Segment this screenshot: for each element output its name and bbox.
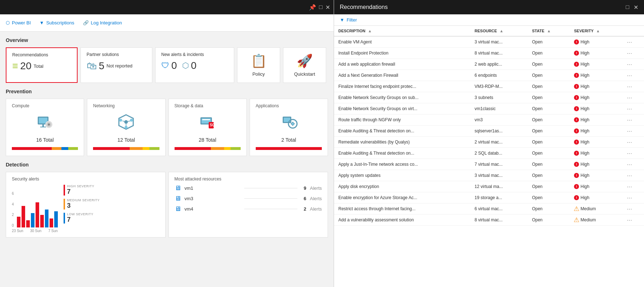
storage-card[interactable]: Storage & data SQL 28 Total (168, 99, 247, 156)
ellipsis-icon[interactable]: ··· (627, 161, 633, 167)
col-description[interactable]: DESCRIPTION ▲ (334, 26, 470, 36)
power-bi-button[interactable]: ⬡ Power BI (6, 20, 31, 25)
alerts-card-title: New alerts & incidents (161, 52, 228, 57)
sev-label: High (580, 39, 589, 44)
applications-title: Applications (256, 103, 322, 108)
ellipsis-icon[interactable]: ··· (627, 206, 633, 212)
alerts-card[interactable]: New alerts & incidents 🛡 0 ⬡ 0 (155, 47, 234, 83)
table-row[interactable]: Apply disk encryption12 virtual ma...Ope… (334, 181, 644, 192)
sev-label: High (580, 140, 589, 145)
table-row[interactable]: Add a vulnerability assessment solution8… (334, 215, 644, 226)
table-row[interactable]: Enable Auditing & Threat detection on...… (334, 126, 644, 137)
filter-label[interactable]: Filter (347, 17, 357, 23)
table-row[interactable]: Finalize Internet facing endpoint protec… (334, 81, 644, 92)
rec-more-button[interactable]: ··· (623, 92, 644, 103)
rec-more-button[interactable]: ··· (623, 103, 644, 114)
sev-label: High (580, 62, 589, 67)
security-alerts-card[interactable]: Security alerts 6 4 2 0 (6, 172, 166, 237)
ellipsis-icon[interactable]: ··· (627, 128, 633, 134)
policy-card[interactable]: 📋 Policy (237, 47, 280, 83)
rec-more-button[interactable]: ··· (623, 36, 644, 48)
rec-more-button[interactable]: ··· (623, 59, 644, 70)
severity-panel: HIGH SEVERITY 7 MEDIUM SEVERITY 3 (64, 184, 100, 224)
partner-solutions-card[interactable]: Partner solutions 🛍 5 Not reported (80, 47, 152, 83)
sev-label: High (580, 151, 589, 156)
rec-more-button[interactable]: ··· (623, 170, 644, 181)
svg-point-6 (48, 123, 50, 126)
rec-more-button[interactable]: ··· (623, 70, 644, 81)
policy-icon: 📋 (251, 53, 267, 69)
ellipsis-icon[interactable]: ··· (627, 39, 633, 45)
close-right-icon[interactable]: ✕ (634, 4, 638, 11)
ellipsis-icon[interactable]: ··· (627, 117, 633, 123)
close-left-icon[interactable]: ✕ (325, 4, 330, 11)
table-row[interactable]: Restrict access through Internet facing.… (334, 203, 644, 215)
col-state[interactable]: STATE ▲ (528, 26, 570, 36)
rec-more-button[interactable]: ··· (623, 48, 644, 59)
rec-resource: vm1classic (470, 103, 528, 114)
high-dot: ! (574, 84, 579, 89)
col-severity[interactable]: SEVERITY ▲ (570, 26, 622, 36)
high-dot: ! (574, 73, 579, 78)
table-row[interactable]: Enable encryption for Azure Storage Ac..… (334, 192, 644, 203)
ellipsis-icon[interactable]: ··· (627, 50, 633, 56)
svg-text:SQL: SQL (210, 123, 217, 127)
table-row[interactable]: Enable Network Security Groups on virt..… (334, 103, 644, 114)
ellipsis-icon[interactable]: ··· (627, 150, 633, 156)
table-row[interactable]: Remediate vulnerabilities (by Qualys)2 v… (334, 137, 644, 148)
rec-resource: 19 storage a... (470, 192, 528, 203)
rec-severity: !High (570, 70, 622, 81)
minimize-icon[interactable]: □ (319, 4, 323, 10)
networking-card[interactable]: Networking (87, 99, 165, 156)
table-row[interactable]: Apply a Just-In-Time network access co..… (334, 159, 644, 170)
rec-more-button[interactable]: ··· (623, 203, 644, 215)
ellipsis-icon[interactable]: ··· (627, 139, 633, 145)
most-attacked-resources-card[interactable]: Most attacked resources 🖥 vm1 9 Alerts 🖥… (168, 172, 328, 237)
sev-label: High (580, 184, 589, 189)
rec-more-button[interactable]: ··· (623, 215, 644, 226)
table-row[interactable]: Apply system updates3 virtual mac...Open… (334, 170, 644, 181)
sev-label: High (580, 173, 589, 178)
rec-more-button[interactable]: ··· (623, 137, 644, 148)
table-row[interactable]: Enable Auditing & Threat detection on...… (334, 148, 644, 159)
restore-icon[interactable]: □ (626, 4, 629, 10)
recommendations-card[interactable]: Recommendations ≡ 20 Total (6, 47, 78, 83)
bar-7 (45, 210, 48, 227)
quickstart-card[interactable]: 🚀 Quickstart (283, 47, 326, 83)
rec-more-button[interactable]: ··· (623, 159, 644, 170)
ellipsis-icon[interactable]: ··· (627, 95, 633, 100)
ellipsis-icon[interactable]: ··· (627, 217, 633, 223)
table-row[interactable]: Enable Network Security Groups on sub...… (334, 92, 644, 103)
rec-state: Open (528, 181, 570, 192)
ellipsis-icon[interactable]: ··· (627, 106, 633, 112)
table-row[interactable]: Install Endpoint Protection8 virtual mac… (334, 48, 644, 59)
rec-more-button[interactable]: ··· (623, 114, 644, 126)
rec-more-button[interactable]: ··· (623, 181, 644, 192)
ellipsis-icon[interactable]: ··· (627, 184, 633, 189)
table-row[interactable]: Enable VM Agent3 virtual mac...Open!High… (334, 36, 644, 48)
ellipsis-icon[interactable]: ··· (627, 61, 633, 67)
rec-description: Enable Auditing & Threat detection on... (334, 126, 470, 137)
applications-card[interactable]: Applications 2 Total (250, 99, 328, 156)
rec-more-button[interactable]: ··· (623, 126, 644, 137)
rec-more-button[interactable]: ··· (623, 148, 644, 159)
svg-point-9 (119, 119, 122, 122)
ellipsis-icon[interactable]: ··· (627, 173, 633, 178)
resource-item-vm4: 🖥 vm4 2 Alerts (175, 205, 322, 213)
subscriptions-button[interactable]: ▼ Subscriptions (40, 20, 74, 25)
ellipsis-icon[interactable]: ··· (627, 195, 633, 201)
pin-icon[interactable]: 📌 (309, 4, 316, 11)
compute-card[interactable]: Compute 16 Tota (6, 99, 84, 156)
right-topbar: Recommendations □ ✕ (334, 0, 644, 14)
table-header-row: DESCRIPTION ▲ RESOURCE ▲ STATE ▲ SEVERIT… (334, 26, 644, 36)
rec-more-button[interactable]: ··· (623, 81, 644, 92)
log-integration-button[interactable]: 🔗 Log Integration (83, 20, 122, 25)
divider3 (244, 209, 297, 209)
rec-more-button[interactable]: ··· (623, 192, 644, 203)
table-row[interactable]: Add a Next Generation Firewall6 endpoint… (334, 70, 644, 81)
table-row[interactable]: Route traffic through NGFW onlyvm3Open!H… (334, 114, 644, 126)
table-row[interactable]: Add a web application firewall2 web appl… (334, 59, 644, 70)
ellipsis-icon[interactable]: ··· (627, 84, 633, 89)
ellipsis-icon[interactable]: ··· (627, 72, 633, 78)
col-resource[interactable]: RESOURCE ▲ (470, 26, 528, 36)
